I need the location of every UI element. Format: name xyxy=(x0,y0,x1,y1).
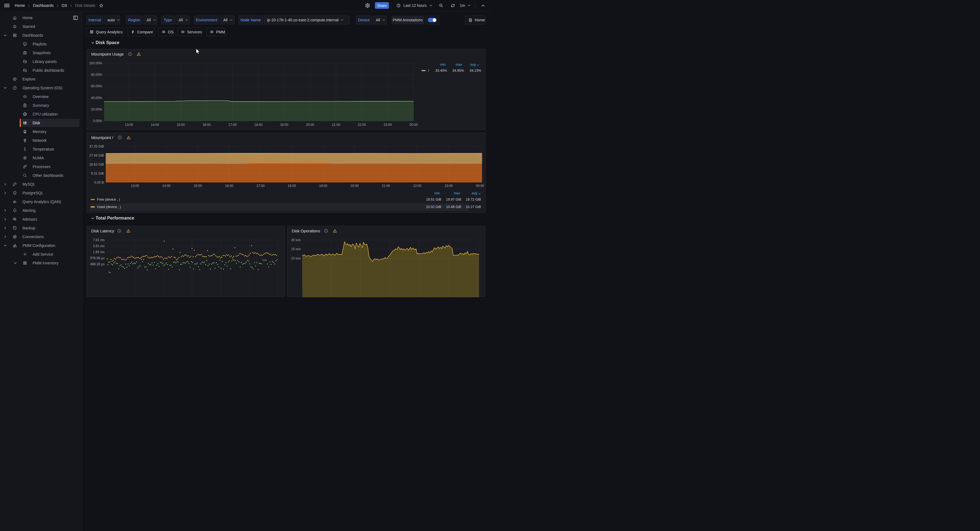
svg-text:1.95 ms: 1.95 ms xyxy=(93,250,105,254)
svg-text:7.81 ms: 7.81 ms xyxy=(93,238,105,242)
svg-text:10 io/s: 10 io/s xyxy=(291,257,301,260)
svg-text:488.28 µs: 488.28 µs xyxy=(90,262,105,265)
svg-text:3.91 ms: 3.91 ms xyxy=(93,244,105,248)
svg-text:976.56 µs: 976.56 µs xyxy=(90,256,105,260)
svg-text:20 io/s: 20 io/s xyxy=(291,238,301,242)
svg-text:15 io/s: 15 io/s xyxy=(291,247,301,251)
